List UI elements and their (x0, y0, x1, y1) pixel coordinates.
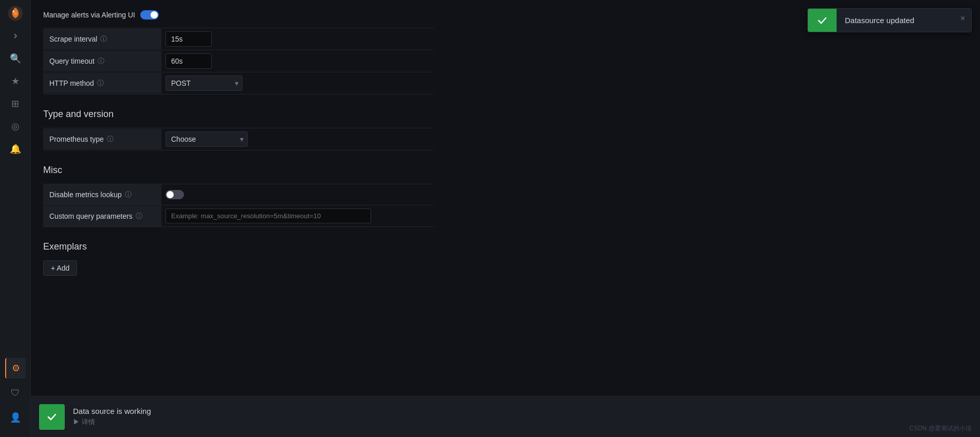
scrape-interval-info-icon[interactable]: ⓘ (100, 34, 107, 44)
sidebar-item-settings[interactable]: ⚙ (5, 358, 26, 378)
scrape-interval-value (161, 28, 434, 50)
type-version-table: Prometheus type ⓘ Choose Prometheus Cort… (43, 128, 434, 150)
add-exemplar-button[interactable]: + Add (43, 260, 77, 276)
svg-point-2 (12, 11, 14, 12)
status-icon-box (39, 404, 65, 430)
toast-icon (808, 9, 837, 32)
toast-check-icon (816, 14, 828, 27)
sidebar-item-starred[interactable]: ★ (5, 71, 26, 91)
status-bar: Data source is working ▶ 详情 (31, 396, 980, 437)
prometheus-type-info-icon[interactable]: ⓘ (107, 135, 114, 144)
main-content: Manage alerts via Alerting UI Scrape int… (31, 0, 980, 437)
scrape-interval-row: Scrape interval ⓘ (43, 28, 434, 50)
prometheus-type-row: Prometheus type ⓘ Choose Prometheus Cort… (43, 128, 434, 150)
sidebar-toggle[interactable] (6, 29, 25, 43)
custom-query-info-icon[interactable]: ⓘ (136, 212, 142, 221)
misc-table: Disable metrics lookup ⓘ Custom query pa… (43, 184, 434, 227)
http-method-select-wrapper: GET POST (165, 75, 243, 91)
type-version-section: Type and version Prometheus type ⓘ Choos… (43, 109, 968, 150)
disable-metrics-info-icon[interactable]: ⓘ (125, 190, 132, 199)
disable-metrics-toggle[interactable] (165, 190, 184, 199)
sidebar-item-alerting[interactable]: ◎ (5, 116, 26, 137)
watermark: CSDN @爱测试的小浩 (909, 424, 972, 433)
disable-metrics-label: Disable metrics lookup ⓘ (43, 184, 161, 205)
http-method-row: HTTP method ⓘ GET POST (43, 72, 434, 94)
prometheus-type-label: Prometheus type ⓘ (43, 129, 161, 149)
http-method-value: GET POST (161, 72, 434, 94)
query-timeout-info-icon[interactable]: ⓘ (98, 56, 104, 66)
sidebar-item-search[interactable]: 🔍 (5, 48, 26, 69)
svg-point-1 (13, 12, 16, 15)
http-method-label: HTTP method ⓘ (43, 73, 161, 93)
disable-metrics-row: Disable metrics lookup ⓘ (43, 184, 434, 205)
scrape-interval-label: Scrape interval ⓘ (43, 29, 161, 49)
toast-close-button[interactable]: × (954, 9, 971, 32)
query-timeout-label: Query timeout ⓘ (43, 51, 161, 71)
prometheus-type-select-wrapper: Choose Prometheus Cortex Mimir Thanos (165, 131, 248, 147)
check-icon (46, 411, 58, 423)
custom-query-label: Custom query parameters ⓘ (43, 206, 161, 226)
manage-alerts-toggle[interactable] (140, 10, 159, 20)
settings-table: Scrape interval ⓘ Query timeout ⓘ HTTP m… (43, 28, 434, 94)
toast-notification: Datasource updated × (807, 8, 972, 32)
sidebar-item-dashboards[interactable]: ⊞ (5, 93, 26, 114)
manage-alerts-label: Manage alerts via Alerting UI (43, 11, 135, 19)
custom-query-value (161, 205, 434, 226)
toast-message: Datasource updated (837, 9, 954, 32)
custom-query-input[interactable] (165, 208, 371, 223)
query-timeout-input[interactable] (165, 53, 212, 69)
prometheus-type-value: Choose Prometheus Cortex Mimir Thanos (161, 128, 434, 150)
sidebar-item-shield[interactable]: 🛡 (5, 383, 26, 403)
query-timeout-value (161, 50, 434, 72)
http-method-select[interactable]: GET POST (165, 75, 243, 91)
status-title: Data source is working (73, 407, 972, 415)
grafana-logo[interactable] (6, 4, 25, 23)
exemplars-header: Exemplars (43, 241, 968, 252)
custom-query-row: Custom query parameters ⓘ (43, 205, 434, 227)
scrape-interval-input[interactable] (165, 31, 212, 47)
sidebar-item-user[interactable]: 👤 (5, 407, 26, 428)
status-text-block: Data source is working ▶ 详情 (73, 407, 972, 427)
exemplars-section: Exemplars + Add (43, 241, 968, 276)
misc-section: Misc Disable metrics lookup ⓘ Custom que… (43, 165, 968, 227)
sidebar: 🔍 ★ ⊞ ◎ 🔔 ⚙ 🛡 👤 (0, 0, 31, 437)
type-version-header: Type and version (43, 109, 968, 120)
prometheus-type-select[interactable]: Choose Prometheus Cortex Mimir Thanos (165, 131, 248, 147)
query-timeout-row: Query timeout ⓘ (43, 50, 434, 72)
disable-metrics-value (161, 187, 434, 202)
http-method-info-icon[interactable]: ⓘ (97, 79, 104, 88)
misc-header: Misc (43, 165, 968, 176)
sidebar-item-notifications[interactable]: 🔔 (5, 139, 26, 159)
status-details-toggle[interactable]: ▶ 详情 (73, 417, 972, 427)
